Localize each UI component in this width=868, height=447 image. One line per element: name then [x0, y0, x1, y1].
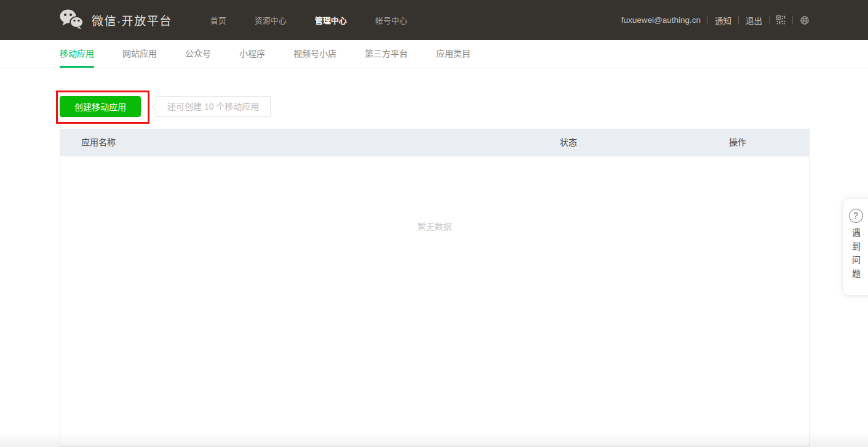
divider [738, 16, 739, 24]
tab-mobile-apps[interactable]: 移动应用 [60, 40, 94, 68]
user-email: fuxuewei@authing.cn [621, 15, 701, 25]
notifications-link[interactable]: 通知 [715, 14, 731, 26]
globe-icon[interactable] [800, 15, 810, 25]
nav-item-home[interactable]: 首页 [210, 14, 226, 26]
help-widget[interactable]: ? 遇到问题 [843, 199, 868, 295]
help-label: 遇到问题 [850, 228, 862, 283]
main-nav: 首页 资源中心 管理中心 帐号中心 [210, 14, 407, 26]
column-status: 状态 [560, 129, 577, 156]
qr-code-icon[interactable] [776, 15, 786, 25]
divider [769, 16, 770, 24]
tab-website-apps[interactable]: 网站应用 [122, 40, 157, 68]
question-mark-icon: ? [849, 209, 863, 223]
column-actions: 操作 [729, 129, 746, 156]
wechat-open-platform-page: 微信·开放平台 首页 资源中心 管理中心 帐号中心 fuxuewei@authi… [0, 0, 868, 447]
tab-channels-shop[interactable]: 视频号小店 [293, 40, 336, 68]
logout-link[interactable]: 退出 [746, 14, 762, 26]
table-body: 暂无数据 [60, 156, 809, 232]
top-header: 微信·开放平台 首页 资源中心 管理中心 帐号中心 fuxuewei@authi… [0, 0, 868, 40]
tab-app-categories[interactable]: 应用类目 [436, 40, 471, 68]
nav-item-resources[interactable]: 资源中心 [255, 14, 287, 26]
tab-third-party-platform[interactable]: 第三方平台 [365, 40, 408, 68]
tab-mini-programs[interactable]: 小程序 [239, 40, 265, 68]
column-app-name: 应用名称 [81, 129, 116, 156]
quota-hint: 还可创建 10 个移动应用 [156, 96, 271, 117]
divider [792, 16, 793, 24]
quota-hint-text: 还可创建 10 个移动应用 [167, 102, 259, 111]
nav-item-management-center[interactable]: 管理中心 [315, 14, 347, 26]
nav-item-account-center[interactable]: 帐号中心 [375, 14, 407, 26]
apps-table: 应用名称 状态 操作 暂无数据 [60, 129, 810, 447]
brand: 微信·开放平台 [59, 9, 172, 32]
tab-official-accounts[interactable]: 公众号 [185, 40, 211, 68]
empty-state-text: 暂无数据 [60, 220, 809, 232]
divider [707, 16, 708, 24]
app-type-tabs: 移动应用 网站应用 公众号 小程序 视频号小店 第三方平台 应用类目 [0, 40, 868, 68]
wechat-logo-icon [59, 9, 84, 32]
create-mobile-app-button[interactable]: 创建移动应用 [60, 96, 141, 117]
header-user-area: fuxuewei@authing.cn 通知 退出 [621, 14, 810, 26]
hint-arrow [152, 103, 160, 111]
page-title: 微信·开放平台 [92, 12, 172, 28]
table-header-row: 应用名称 状态 操作 [60, 129, 809, 156]
